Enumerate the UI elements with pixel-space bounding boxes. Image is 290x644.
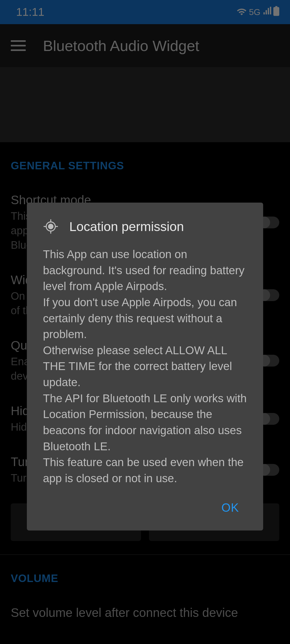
location-permission-dialog: Location permission This App can use loc… — [27, 203, 263, 530]
dialog-overlay[interactable]: Location permission This App can use loc… — [0, 0, 290, 644]
dialog-header: Location permission — [43, 219, 247, 234]
dialog-actions: OK — [43, 496, 247, 520]
dialog-body: This App can use location on background.… — [43, 246, 247, 486]
location-icon — [43, 219, 59, 234]
ok-button[interactable]: OK — [213, 496, 247, 520]
dialog-title: Location permission — [69, 219, 184, 234]
svg-point-0 — [49, 224, 53, 229]
